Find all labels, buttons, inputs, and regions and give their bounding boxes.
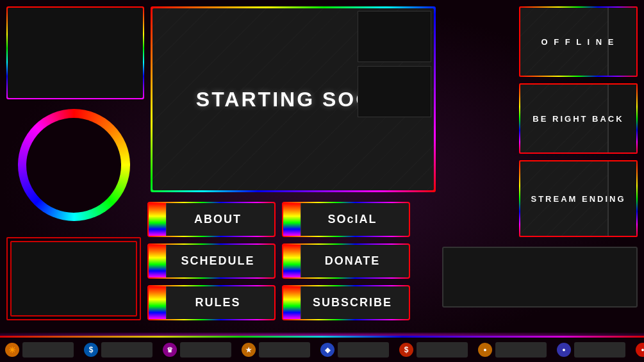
bottom-bar-item-5: ◆ [315, 342, 394, 358]
icon-crown: ♛ [163, 343, 177, 357]
icon-diamond: ◆ [320, 343, 334, 357]
main-center-panel: STARTING SOON [151, 6, 436, 192]
icon-star: ★ [242, 343, 256, 357]
circle-ring-inner [26, 118, 121, 213]
stream-ending-panel: STREAM ENDING [519, 160, 638, 237]
bottom-bar-item-1: ☀ [0, 342, 79, 358]
bottom-bar: ☀ $ ♛ ★ ◆ $ ● [0, 338, 644, 362]
bar-segment-6 [417, 342, 468, 358]
offline-panel: O F F L I N E [519, 6, 638, 77]
bottom-bar-item-3: ♛ [158, 342, 236, 358]
bar-segment-5 [338, 342, 389, 358]
icon-dollar-1: $ [84, 343, 98, 357]
icon-sun: ☀ [5, 343, 19, 357]
icon-circle-orange: ● [478, 343, 492, 357]
social-button[interactable]: SOcIAL [282, 202, 410, 237]
button-grid: ABOUT SOcIAL SCHEDULE DONATE RULES [147, 202, 410, 320]
bar-segment-7 [495, 342, 547, 358]
top-left-panel [6, 6, 144, 99]
schedule-button[interactable]: SCHEDULE [147, 243, 276, 279]
bottom-bar-item-4: ★ [236, 342, 315, 358]
bar-segment-1 [22, 342, 74, 358]
bar-segment-2 [101, 342, 153, 358]
brb-label: BE RIGHT BACK [520, 114, 636, 124]
bar-segment-3 [180, 342, 231, 358]
bottom-bar-item-9: ● [631, 342, 644, 358]
large-right-panel [442, 247, 638, 308]
subscribe-button[interactable]: SUBSCRIBE [282, 285, 410, 320]
about-button[interactable]: ABOUT [147, 202, 276, 237]
bottom-bar-item-7: ● [473, 342, 552, 358]
donate-button[interactable]: DONATE [282, 243, 410, 279]
bottom-bar-item-6: $ [394, 342, 473, 358]
bar-segment-4 [259, 342, 310, 358]
rules-button[interactable]: RULES [147, 285, 276, 320]
bottom-left-panel [6, 237, 141, 320]
stream-ending-label: STREAM ENDING [520, 194, 636, 204]
icon-circle-red: ● [636, 343, 644, 357]
icon-circle-blue: ● [557, 343, 571, 357]
bottom-bar-item-8: ● [552, 342, 631, 358]
bottom-bar-item-2: $ [79, 342, 158, 358]
circle-ring [18, 109, 130, 221]
icon-dollar-2: $ [399, 343, 413, 357]
circle-panel [6, 106, 141, 224]
offline-label: O F F L I N E [520, 37, 636, 47]
bar-segment-8 [574, 342, 625, 358]
brb-panel: BE RIGHT BACK [519, 83, 638, 154]
